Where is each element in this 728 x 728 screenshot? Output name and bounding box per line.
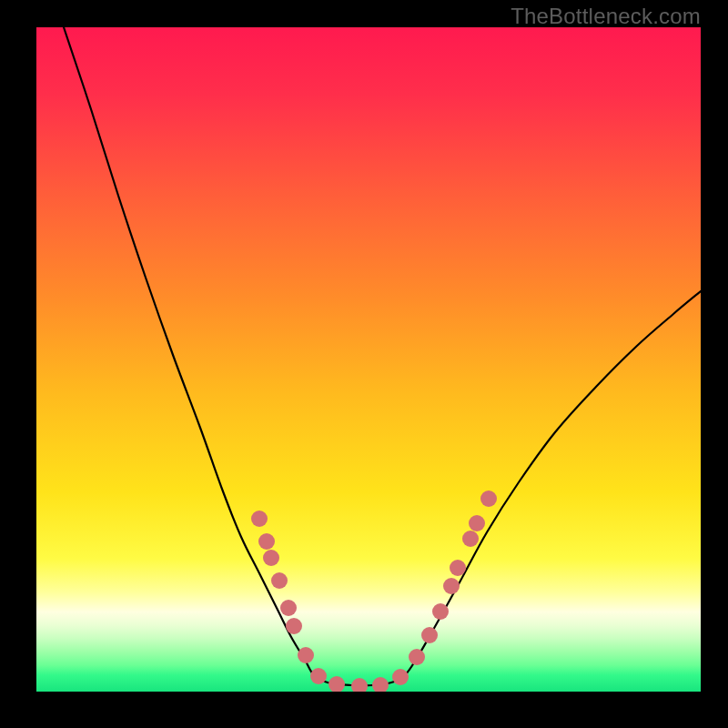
data-marker bbox=[450, 560, 466, 576]
data-marker bbox=[392, 669, 409, 685]
data-marker bbox=[421, 627, 438, 643]
data-marker bbox=[286, 618, 302, 634]
data-marker bbox=[251, 511, 268, 527]
plot-area bbox=[36, 27, 701, 692]
data-marker bbox=[310, 668, 327, 684]
chart-frame: TheBottleneck.com bbox=[0, 0, 728, 728]
data-markers bbox=[251, 490, 497, 692]
data-marker bbox=[443, 578, 460, 594]
bottleneck-curve bbox=[64, 27, 701, 685]
data-marker bbox=[258, 533, 275, 550]
data-marker bbox=[409, 649, 425, 665]
data-marker bbox=[480, 490, 497, 507]
data-marker bbox=[432, 603, 449, 620]
data-marker bbox=[298, 647, 314, 663]
curve-path bbox=[64, 27, 701, 685]
data-marker bbox=[462, 531, 479, 547]
data-marker bbox=[372, 677, 389, 692]
data-marker bbox=[329, 676, 345, 692]
data-marker bbox=[263, 550, 279, 566]
data-marker bbox=[271, 572, 288, 589]
data-marker bbox=[280, 600, 297, 616]
data-marker bbox=[469, 515, 485, 531]
data-marker bbox=[351, 678, 368, 692]
curve-layer bbox=[36, 27, 701, 692]
watermark-text: TheBottleneck.com bbox=[511, 4, 701, 29]
